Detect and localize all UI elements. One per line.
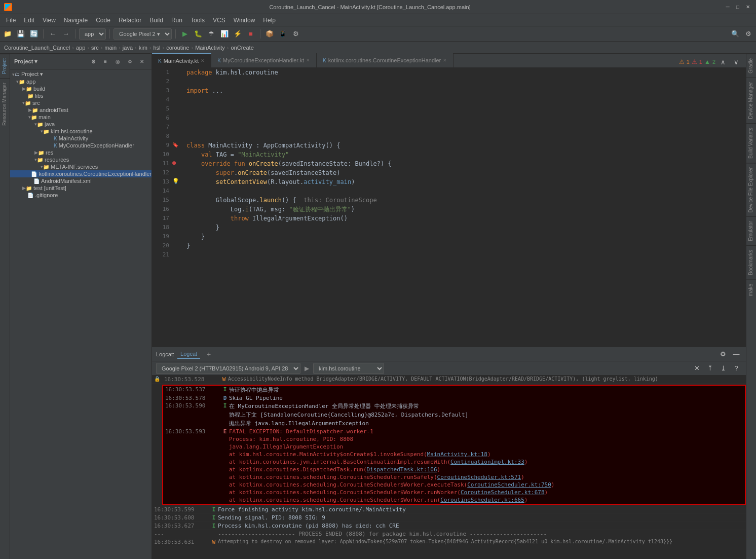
logcat-clear-btn[interactable]: ✕	[691, 363, 702, 374]
tree-src[interactable]: ▾ 📁 src	[10, 99, 152, 106]
resource-manager-tab[interactable]: Resource Manager	[0, 78, 10, 130]
tree-exceptionhandler[interactable]: K MyCoroutineExceptionHandler	[10, 142, 152, 149]
debug-button[interactable]: 🐛	[193, 28, 204, 40]
tree-libs[interactable]: 📁 libs	[10, 92, 152, 99]
build-variants-tab[interactable]: Build Variants	[746, 123, 756, 163]
menu-build[interactable]: Build	[145, 16, 167, 25]
breadcrumb-item-1[interactable]: Coroutine_Launch_Cancel	[4, 45, 70, 51]
tab-exceptionhandler[interactable]: K MyCoroutineExceptionHandler.kt ✕	[211, 53, 317, 67]
breadcrumb-item-2[interactable]: app	[76, 45, 85, 51]
app-target-combo[interactable]: app	[79, 28, 106, 40]
maximize-button[interactable]: □	[734, 3, 742, 11]
make-tab[interactable]: make	[746, 279, 756, 300]
menu-navigate[interactable]: Navigate	[60, 16, 92, 25]
tree-app[interactable]: ▾ 📁 app	[10, 78, 152, 85]
tab-servicehandler[interactable]: K kotlinx.coroutines.CoroutineExceptionH…	[317, 53, 453, 67]
device-target-combo[interactable]: Google Pixel 2 ▾	[114, 28, 172, 40]
tree-manifest[interactable]: 📄 AndroidManifest.xml	[10, 177, 152, 184]
tree-package[interactable]: ▾ 📁 kim.hsl.coroutine	[10, 128, 152, 135]
search-everywhere-button[interactable]: 🔍	[730, 28, 741, 40]
tree-java[interactable]: ▾ 📁 java	[10, 121, 152, 128]
scroll-up-btn[interactable]: ∧	[717, 56, 729, 67]
coverage-button[interactable]: ☂	[206, 28, 217, 40]
tab-mainactivity-close[interactable]: ✕	[201, 58, 205, 63]
tree-res[interactable]: ▶ 📁 res	[10, 149, 152, 156]
link-mainactivity[interactable]: MainActivity.kt:18	[427, 451, 487, 458]
minimize-button[interactable]: ─	[724, 3, 732, 11]
tree-mainactivity[interactable]: K MainActivity	[10, 135, 152, 142]
settings-gear-button[interactable]: ⚙	[743, 28, 754, 40]
device-file-explorer-tab[interactable]: Device File Explorer	[746, 163, 756, 216]
breadcrumb-item-6[interactable]: kim	[139, 45, 147, 51]
tree-coroutineexhandler-file[interactable]: 📄 kotlinx.coroutines.CoroutineExceptionH…	[10, 170, 152, 177]
link-scheduler-750[interactable]: CoroutineScheduler.kt:750	[467, 481, 551, 488]
menu-run[interactable]: Run	[167, 16, 186, 25]
logcat-content[interactable]: 🔒 16:30:53.528 W AccessibilityNodeInfo m…	[152, 376, 746, 559]
logcat-add-tab-btn[interactable]: +	[203, 349, 214, 360]
sdk-manager-button[interactable]: 📦	[264, 28, 275, 40]
logcat-scroll-top-btn[interactable]: ⤒	[704, 363, 715, 374]
link-scheduler-665[interactable]: CoroutineScheduler.kt:665	[440, 497, 524, 503]
breadcrumb-item-8[interactable]: coroutine	[166, 45, 189, 51]
breadcrumb-item-4[interactable]: main	[104, 45, 117, 51]
toolbar-open-button[interactable]: 📁	[2, 28, 13, 40]
tree-unittest[interactable]: ▶ 📁 test [unitTest]	[10, 184, 152, 192]
link-scheduler-678[interactable]: CoroutineScheduler.kt:678	[461, 489, 545, 496]
code-content[interactable]: package kim.hsl.coroutine import ... cla…	[182, 68, 746, 346]
code-editor[interactable]: 1 2 3 4 5 6 7 8 9 10 11 12 13 14 15 16 1…	[152, 68, 746, 346]
menu-refactor[interactable]: Refactor	[115, 16, 145, 25]
collapse-all-btn[interactable]: ≡	[100, 56, 111, 67]
logcat-package-combo[interactable]: kim.hsl.coroutine	[313, 363, 384, 374]
menu-view[interactable]: View	[39, 16, 60, 25]
tree-build[interactable]: ▶ 📁 build	[10, 85, 152, 92]
toolbar-save-button[interactable]: 💾	[15, 28, 26, 40]
logcat-scroll-lock-icon[interactable]: 🔒	[154, 376, 164, 382]
tree-root[interactable]: ▾ 🗂 Project ▾	[10, 70, 152, 78]
toolbar-sync-button[interactable]: 🔄	[28, 28, 40, 40]
gear-btn[interactable]: ⚙	[124, 56, 135, 67]
emulator-tab[interactable]: Emulator	[746, 216, 756, 245]
breadcrumb-item-7[interactable]: hsl	[153, 45, 160, 51]
profile-button[interactable]: 📊	[219, 28, 230, 40]
tree-androidtest[interactable]: ▶ 📁 androidTest	[10, 106, 152, 114]
close-button[interactable]: ✕	[744, 3, 752, 11]
window-controls[interactable]: ─ □ ✕	[724, 3, 752, 11]
tree-gitignore[interactable]: 📄 .gitignore	[10, 192, 152, 199]
link-scheduler-571[interactable]: CoroutineScheduler.kt:571	[437, 474, 521, 480]
locate-file-btn[interactable]: ◎	[112, 56, 123, 67]
logcat-minimize-btn[interactable]: —	[731, 349, 742, 360]
logcat-device-combo[interactable]: Google Pixel 2 (HT7BV1A02915) Android 9,…	[156, 363, 300, 374]
logcat-help-btn[interactable]: ?	[731, 363, 742, 374]
logcat-settings-btn[interactable]: ⚙	[717, 349, 729, 360]
avd-manager-button[interactable]: 📱	[277, 28, 288, 40]
menu-file[interactable]: File	[2, 16, 20, 25]
device-manager-tab[interactable]: Device Manager	[746, 78, 756, 123]
stop-button[interactable]: ■	[245, 28, 256, 40]
menu-tools[interactable]: Tools	[186, 16, 209, 25]
tree-metainf[interactable]: ▾ 📁 META-INF.services	[10, 163, 152, 170]
link-dispatchedtask[interactable]: DispatchedTask.kt:106	[367, 466, 437, 473]
apply-changes-button[interactable]: ⚡	[232, 28, 243, 40]
menu-window[interactable]: Window	[230, 16, 259, 25]
gradle-tab[interactable]: Gradle	[746, 54, 756, 78]
menu-edit[interactable]: Edit	[20, 16, 39, 25]
breadcrumb-item-10[interactable]: onCreate	[231, 45, 254, 51]
toolbar-forward-button[interactable]: →	[60, 28, 71, 40]
link-continuationimpl[interactable]: ContinuationImpl.kt:33	[450, 459, 524, 465]
breadcrumb-item-5[interactable]: java	[123, 45, 133, 51]
project-tab[interactable]: Project	[0, 54, 10, 78]
menu-code[interactable]: Code	[92, 16, 115, 25]
gutter-breakpoint-11[interactable]: ●	[172, 159, 182, 168]
tab-servicehandler-close[interactable]: ✕	[443, 58, 447, 63]
breadcrumb-item-3[interactable]: src	[91, 45, 99, 51]
sync-project-btn[interactable]: ⚙	[88, 56, 99, 67]
bookmarks-tab[interactable]: Bookmarks	[746, 245, 756, 279]
settings-button[interactable]: ⚙	[290, 28, 301, 40]
menu-help[interactable]: Help	[259, 16, 280, 25]
tab-mainactivity[interactable]: K MainActivity.kt ✕	[152, 53, 211, 67]
tab-exceptionhandler-close[interactable]: ✕	[306, 58, 310, 63]
toolbar-back-button[interactable]: ←	[47, 28, 58, 40]
menu-vcs[interactable]: VCS	[209, 16, 230, 25]
run-button[interactable]: ▶	[179, 28, 191, 40]
logcat-scroll-bottom-btn[interactable]: ⤓	[717, 363, 729, 374]
